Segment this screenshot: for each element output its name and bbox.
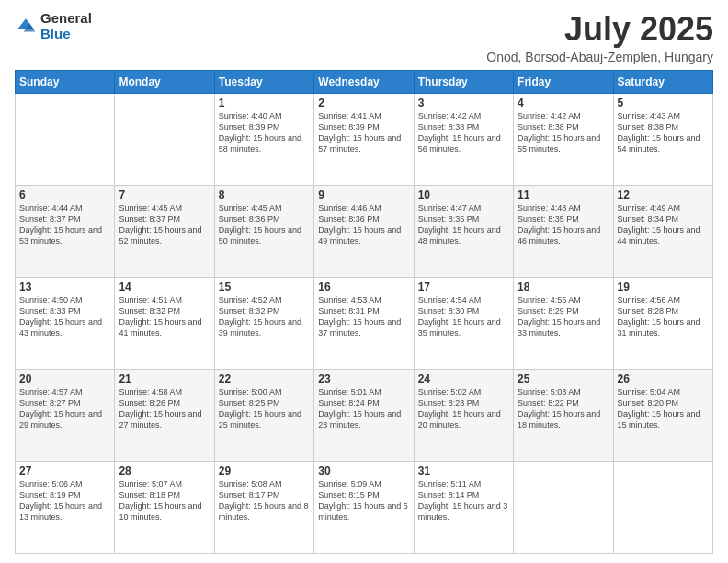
table-row xyxy=(16,93,115,185)
day-info: Sunrise: 4:45 AMSunset: 8:36 PMDaylight:… xyxy=(219,202,310,247)
day-info: Sunrise: 5:06 AMSunset: 8:19 PMDaylight:… xyxy=(19,478,110,523)
col-tuesday: Tuesday xyxy=(214,70,313,93)
calendar-week-row: 6Sunrise: 4:44 AMSunset: 8:37 PMDaylight… xyxy=(16,185,713,277)
day-number: 25 xyxy=(518,373,609,385)
table-row: 29Sunrise: 5:08 AMSunset: 8:17 PMDayligh… xyxy=(214,461,313,553)
logo-text: General Blue xyxy=(40,11,92,41)
day-number: 18 xyxy=(518,281,609,293)
calendar-header-row: Sunday Monday Tuesday Wednesday Thursday… xyxy=(16,70,713,93)
day-number: 4 xyxy=(518,97,609,109)
day-number: 30 xyxy=(318,465,409,477)
day-number: 26 xyxy=(618,373,709,385)
table-row: 14Sunrise: 4:51 AMSunset: 8:32 PMDayligh… xyxy=(115,277,214,369)
day-number: 11 xyxy=(518,189,609,201)
day-number: 3 xyxy=(418,97,509,109)
day-info: Sunrise: 4:49 AMSunset: 8:34 PMDaylight:… xyxy=(618,202,709,247)
day-info: Sunrise: 4:44 AMSunset: 8:37 PMDaylight:… xyxy=(19,202,110,247)
col-wednesday: Wednesday xyxy=(314,70,414,93)
day-info: Sunrise: 4:46 AMSunset: 8:36 PMDaylight:… xyxy=(318,202,409,247)
table-row: 10Sunrise: 4:47 AMSunset: 8:35 PMDayligh… xyxy=(414,185,513,277)
day-info: Sunrise: 5:09 AMSunset: 8:15 PMDaylight:… xyxy=(318,478,409,523)
table-row: 19Sunrise: 4:56 AMSunset: 8:28 PMDayligh… xyxy=(613,277,712,369)
day-number: 1 xyxy=(219,97,310,109)
col-friday: Friday xyxy=(514,70,613,93)
day-number: 9 xyxy=(318,189,409,201)
calendar-week-row: 27Sunrise: 5:06 AMSunset: 8:19 PMDayligh… xyxy=(16,461,713,553)
table-row: 5Sunrise: 4:43 AMSunset: 8:38 PMDaylight… xyxy=(613,93,712,185)
table-row: 26Sunrise: 5:04 AMSunset: 8:20 PMDayligh… xyxy=(613,369,712,461)
title-block: July 2025 Onod, Borsod-Abauj-Zemplen, Hu… xyxy=(486,11,713,64)
table-row: 31Sunrise: 5:11 AMSunset: 8:14 PMDayligh… xyxy=(414,461,513,553)
location-title: Onod, Borsod-Abauj-Zemplen, Hungary xyxy=(486,50,713,64)
day-info: Sunrise: 5:02 AMSunset: 8:23 PMDaylight:… xyxy=(418,386,509,431)
day-number: 10 xyxy=(418,189,509,201)
day-number: 7 xyxy=(119,189,210,201)
table-row: 7Sunrise: 4:45 AMSunset: 8:37 PMDaylight… xyxy=(115,185,214,277)
day-info: Sunrise: 4:42 AMSunset: 8:38 PMDaylight:… xyxy=(518,110,609,155)
table-row: 21Sunrise: 4:58 AMSunset: 8:26 PMDayligh… xyxy=(115,369,214,461)
table-row: 4Sunrise: 4:42 AMSunset: 8:38 PMDaylight… xyxy=(514,93,613,185)
table-row: 2Sunrise: 4:41 AMSunset: 8:39 PMDaylight… xyxy=(314,93,414,185)
day-info: Sunrise: 4:43 AMSunset: 8:38 PMDaylight:… xyxy=(618,110,709,155)
table-row: 30Sunrise: 5:09 AMSunset: 8:15 PMDayligh… xyxy=(314,461,414,553)
day-number: 19 xyxy=(618,281,709,293)
day-info: Sunrise: 4:47 AMSunset: 8:35 PMDaylight:… xyxy=(418,202,509,247)
table-row: 12Sunrise: 4:49 AMSunset: 8:34 PMDayligh… xyxy=(613,185,712,277)
calendar-week-row: 20Sunrise: 4:57 AMSunset: 8:27 PMDayligh… xyxy=(16,369,713,461)
calendar-week-row: 13Sunrise: 4:50 AMSunset: 8:33 PMDayligh… xyxy=(16,277,713,369)
day-number: 15 xyxy=(219,281,310,293)
col-sunday: Sunday xyxy=(16,70,115,93)
table-row: 25Sunrise: 5:03 AMSunset: 8:22 PMDayligh… xyxy=(514,369,613,461)
day-number: 17 xyxy=(418,281,509,293)
day-info: Sunrise: 4:40 AMSunset: 8:39 PMDaylight:… xyxy=(219,110,310,155)
day-number: 29 xyxy=(219,465,310,477)
day-info: Sunrise: 4:55 AMSunset: 8:29 PMDaylight:… xyxy=(518,294,609,339)
table-row: 6Sunrise: 4:44 AMSunset: 8:37 PMDaylight… xyxy=(16,185,115,277)
table-row: 8Sunrise: 4:45 AMSunset: 8:36 PMDaylight… xyxy=(214,185,313,277)
top-header: General Blue July 2025 Onod, Borsod-Abau… xyxy=(15,11,713,64)
table-row xyxy=(115,93,214,185)
logo: General Blue xyxy=(15,11,92,41)
col-monday: Monday xyxy=(115,70,214,93)
table-row: 22Sunrise: 5:00 AMSunset: 8:25 PMDayligh… xyxy=(214,369,313,461)
table-row: 13Sunrise: 4:50 AMSunset: 8:33 PMDayligh… xyxy=(16,277,115,369)
day-info: Sunrise: 4:48 AMSunset: 8:35 PMDaylight:… xyxy=(518,202,609,247)
table-row: 3Sunrise: 4:42 AMSunset: 8:38 PMDaylight… xyxy=(414,93,513,185)
day-info: Sunrise: 4:56 AMSunset: 8:28 PMDaylight:… xyxy=(618,294,709,339)
day-number: 27 xyxy=(19,465,110,477)
table-row: 15Sunrise: 4:52 AMSunset: 8:32 PMDayligh… xyxy=(214,277,313,369)
table-row: 18Sunrise: 4:55 AMSunset: 8:29 PMDayligh… xyxy=(514,277,613,369)
day-number: 6 xyxy=(19,189,110,201)
day-info: Sunrise: 5:07 AMSunset: 8:18 PMDaylight:… xyxy=(119,478,210,523)
day-number: 31 xyxy=(418,465,509,477)
table-row: 23Sunrise: 5:01 AMSunset: 8:24 PMDayligh… xyxy=(314,369,414,461)
day-info: Sunrise: 4:58 AMSunset: 8:26 PMDaylight:… xyxy=(119,386,210,431)
col-thursday: Thursday xyxy=(414,70,513,93)
day-info: Sunrise: 5:08 AMSunset: 8:17 PMDaylight:… xyxy=(219,478,310,523)
day-number: 14 xyxy=(119,281,210,293)
table-row: 24Sunrise: 5:02 AMSunset: 8:23 PMDayligh… xyxy=(414,369,513,461)
day-info: Sunrise: 4:45 AMSunset: 8:37 PMDaylight:… xyxy=(119,202,210,247)
day-info: Sunrise: 4:41 AMSunset: 8:39 PMDaylight:… xyxy=(318,110,409,155)
table-row: 27Sunrise: 5:06 AMSunset: 8:19 PMDayligh… xyxy=(16,461,115,553)
day-info: Sunrise: 4:50 AMSunset: 8:33 PMDaylight:… xyxy=(19,294,110,339)
table-row xyxy=(514,461,613,553)
table-row: 16Sunrise: 4:53 AMSunset: 8:31 PMDayligh… xyxy=(314,277,414,369)
calendar-week-row: 1Sunrise: 4:40 AMSunset: 8:39 PMDaylight… xyxy=(16,93,713,185)
day-info: Sunrise: 4:52 AMSunset: 8:32 PMDaylight:… xyxy=(219,294,310,339)
table-row: 17Sunrise: 4:54 AMSunset: 8:30 PMDayligh… xyxy=(414,277,513,369)
day-number: 24 xyxy=(418,373,509,385)
day-info: Sunrise: 5:01 AMSunset: 8:24 PMDaylight:… xyxy=(318,386,409,431)
day-number: 20 xyxy=(19,373,110,385)
table-row: 11Sunrise: 4:48 AMSunset: 8:35 PMDayligh… xyxy=(514,185,613,277)
day-number: 2 xyxy=(318,97,409,109)
table-row: 28Sunrise: 5:07 AMSunset: 8:18 PMDayligh… xyxy=(115,461,214,553)
day-number: 16 xyxy=(318,281,409,293)
day-number: 12 xyxy=(618,189,709,201)
day-info: Sunrise: 4:42 AMSunset: 8:38 PMDaylight:… xyxy=(418,110,509,155)
day-number: 5 xyxy=(618,97,709,109)
logo-icon xyxy=(15,16,37,38)
day-number: 13 xyxy=(19,281,110,293)
calendar-table: Sunday Monday Tuesday Wednesday Thursday… xyxy=(15,70,713,554)
day-info: Sunrise: 4:51 AMSunset: 8:32 PMDaylight:… xyxy=(119,294,210,339)
